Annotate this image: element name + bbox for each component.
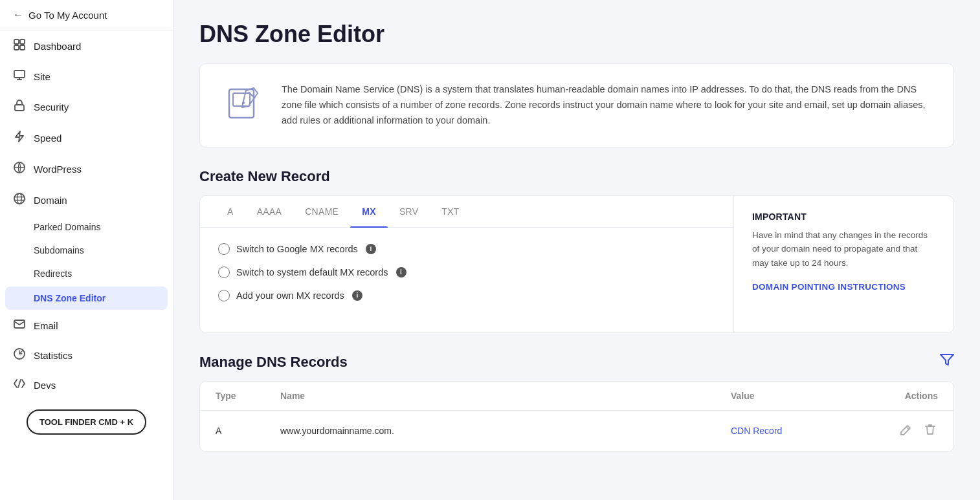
row-actions xyxy=(860,421,938,440)
sidebar-item-speed[interactable]: Speed xyxy=(0,122,173,153)
info-text: The Domain Name Service (DNS) is a syste… xyxy=(282,82,933,129)
svg-point-7 xyxy=(14,193,25,204)
sidebar-sub-item-parked-domains[interactable]: Parked Domains xyxy=(0,215,173,239)
chart-icon xyxy=(13,348,26,362)
speed-label: Speed xyxy=(34,133,61,144)
col-value: Value xyxy=(731,391,860,401)
radio-google-mx[interactable]: Switch to Google MX records i xyxy=(218,243,715,255)
site-label: Site xyxy=(34,71,50,82)
radio-system-mx-label: Switch to system default MX records xyxy=(236,267,388,277)
col-name: Name xyxy=(280,391,731,401)
record-tabs: A AAAA CNAME MX SRV TXT xyxy=(200,196,733,228)
go-to-account-label: Go To My Account xyxy=(28,10,107,21)
radio-google-mx-label: Switch to Google MX records xyxy=(236,244,358,254)
table-row: A www.yourdomainname.com. CDN Record xyxy=(200,411,953,451)
globe-icon xyxy=(13,193,26,207)
wordpress-icon xyxy=(13,162,26,176)
svg-rect-9 xyxy=(14,320,25,328)
security-label: Security xyxy=(34,102,69,113)
info-circle-own: i xyxy=(352,290,362,301)
sidebar-sub-item-dns-zone-editor[interactable]: DNS Zone Editor xyxy=(5,287,168,310)
lock-icon xyxy=(13,100,26,114)
col-actions: Actions xyxy=(860,391,938,401)
col-type: Type xyxy=(216,391,280,401)
edit-button[interactable] xyxy=(898,421,915,440)
svg-rect-3 xyxy=(20,45,25,50)
domain-label: Domain xyxy=(34,195,67,206)
tab-txt[interactable]: TXT xyxy=(430,196,471,227)
dns-table: Type Name Value Actions A www.yourdomain… xyxy=(199,381,954,452)
sidebar-item-statistics[interactable]: Statistics xyxy=(0,340,173,371)
main-content: DNS Zone Editor The Domain Name Service … xyxy=(173,0,980,500)
svg-rect-4 xyxy=(14,71,25,78)
svg-point-8 xyxy=(17,193,22,204)
create-record-panel: A AAAA CNAME MX SRV TXT Switch to Google… xyxy=(199,195,954,333)
info-circle-system: i xyxy=(396,267,406,277)
sidebar-item-wordpress[interactable]: WordPress xyxy=(0,153,173,184)
radio-system-mx-input[interactable] xyxy=(218,266,230,278)
sidebar-item-site[interactable]: Site xyxy=(0,61,173,91)
sidebar-sub-item-subdomains[interactable]: Subdomains xyxy=(0,239,173,262)
tab-aaaa[interactable]: AAAA xyxy=(245,196,294,227)
statistics-label: Statistics xyxy=(34,350,72,361)
important-text: Have in mind that any changes in the rec… xyxy=(752,228,935,270)
tab-a[interactable]: A xyxy=(216,196,245,227)
row-name: www.yourdomainname.com. xyxy=(280,426,731,436)
manage-dns-header: Manage DNS Records xyxy=(199,354,954,371)
important-title: IMPORTANT xyxy=(752,212,935,222)
tab-mx[interactable]: MX xyxy=(350,196,388,227)
svg-rect-12 xyxy=(233,93,250,106)
record-options: Switch to Google MX records i Switch to … xyxy=(200,228,733,317)
dns-table-header: Type Name Value Actions xyxy=(200,382,953,411)
info-box: The Domain Name Service (DNS) is a syste… xyxy=(199,63,954,147)
radio-own-mx-label: Add your own MX records xyxy=(236,290,344,301)
arrow-left-icon: ← xyxy=(13,9,23,21)
sidebar-sub-item-redirects[interactable]: Redirects xyxy=(0,262,173,285)
manage-dns-title: Manage DNS Records xyxy=(199,354,348,371)
tab-cname[interactable]: CNAME xyxy=(293,196,350,227)
svg-rect-2 xyxy=(14,45,19,50)
tool-finder-button[interactable]: TOOL FINDER CMD + K xyxy=(27,409,146,435)
svg-rect-5 xyxy=(15,105,24,111)
record-right: IMPORTANT Have in mind that any changes … xyxy=(733,196,953,332)
row-type: A xyxy=(216,426,280,436)
delete-button[interactable] xyxy=(922,421,938,440)
sidebar-item-devs[interactable]: Devs xyxy=(0,371,173,399)
sidebar: ← Go To My Account Dashboard Site xyxy=(0,0,173,500)
record-left: A AAAA CNAME MX SRV TXT Switch to Google… xyxy=(200,196,733,332)
svg-point-13 xyxy=(242,102,245,104)
tab-srv[interactable]: SRV xyxy=(388,196,430,227)
radio-google-mx-input[interactable] xyxy=(218,243,230,255)
monitor-icon xyxy=(13,70,26,83)
lightning-icon xyxy=(13,131,26,145)
email-icon xyxy=(13,320,26,331)
dns-icon-svg xyxy=(224,85,263,124)
wordpress-label: WordPress xyxy=(34,164,82,175)
filter-icon[interactable] xyxy=(940,354,954,370)
sidebar-item-email[interactable]: Email xyxy=(0,311,173,340)
radio-system-default-mx[interactable]: Switch to system default MX records i xyxy=(218,266,715,278)
sidebar-item-domain[interactable]: Domain xyxy=(0,184,173,215)
sidebar-item-security[interactable]: Security xyxy=(0,91,173,122)
row-value[interactable]: CDN Record xyxy=(731,426,860,436)
grid-icon xyxy=(13,39,26,53)
info-circle-google: i xyxy=(366,244,376,254)
svg-rect-0 xyxy=(14,39,19,44)
sidebar-item-dashboard[interactable]: Dashboard xyxy=(0,30,173,61)
domain-pointing-link[interactable]: DOMAIN POINTING INSTRUCTIONS xyxy=(752,282,906,292)
dashboard-label: Dashboard xyxy=(34,41,81,52)
page-title: DNS Zone Editor xyxy=(199,21,954,48)
email-label: Email xyxy=(34,320,58,331)
dns-illustration xyxy=(221,82,266,127)
create-record-title: Create New Record xyxy=(199,168,954,185)
radio-own-mx-input[interactable] xyxy=(218,290,230,301)
radio-own-mx[interactable]: Add your own MX records i xyxy=(218,290,715,301)
svg-rect-1 xyxy=(20,39,25,44)
go-to-account-button[interactable]: ← Go To My Account xyxy=(0,0,173,30)
devs-icon xyxy=(13,379,26,391)
devs-label: Devs xyxy=(34,380,56,391)
